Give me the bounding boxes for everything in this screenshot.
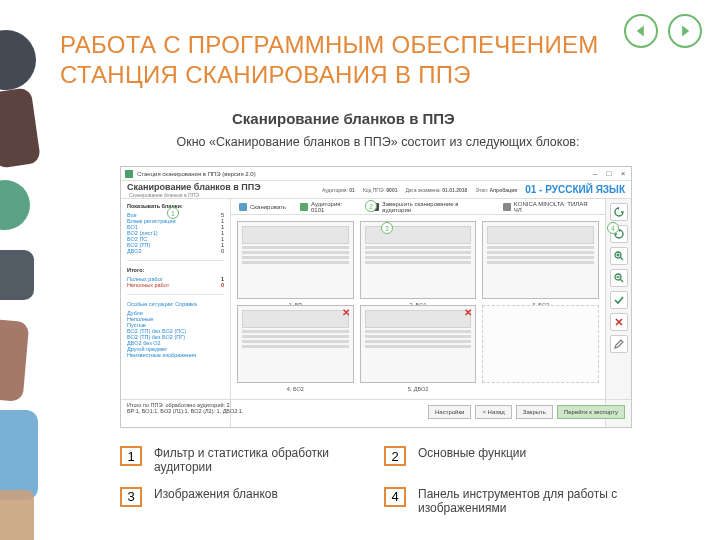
minimize-button[interactable]: – — [591, 170, 599, 178]
thumbnail[interactable]: 2. БО1 — [360, 221, 477, 299]
filter-item[interactable]: ДБО20 — [127, 248, 224, 254]
error-icon: ✕ — [463, 308, 473, 318]
legend-num-3: 3 — [120, 487, 142, 507]
app-window: Станция сканирования в ППЭ (версия 2.0) … — [120, 166, 632, 428]
zoom-in-icon[interactable] — [610, 247, 628, 265]
special-item[interactable]: Неизвестные изображения — [127, 352, 224, 358]
legend-num-2: 2 — [384, 446, 406, 466]
slide-title-line1: РАБОТА С ПРОГРАММНЫМ ОБЕСПЕЧЕНИЕМ — [60, 31, 599, 58]
slide-title-line2: СТАНЦИЯ СКАНИРОВАНИЯ В ППЭ — [60, 61, 471, 88]
export-button[interactable]: Перейти к экспорту — [557, 405, 625, 419]
thumbnail[interactable]: ✕4. БО2 — [237, 305, 354, 383]
thumbnail[interactable]: 3. БО2 — [482, 221, 599, 299]
image-tools-panel — [605, 199, 631, 427]
legend-num-4: 4 — [384, 487, 406, 507]
cross-icon[interactable] — [610, 313, 628, 331]
footer-button[interactable]: Настройки — [428, 405, 471, 419]
check-icon[interactable] — [610, 291, 628, 309]
app-footer: Итого по ППЭ: обработано аудиторий: 2 БР… — [121, 399, 631, 427]
rotate-ccw-icon[interactable] — [610, 203, 628, 221]
scan-button[interactable]: Сканировать — [239, 203, 286, 211]
header-sub: Сканирование бланков в ППЭ — [129, 192, 261, 198]
legend-text-4: Панель инструментов для работы с изображ… — [418, 487, 678, 516]
section-desc: Окно «Сканирование бланков в ППЭ» состои… — [148, 134, 608, 150]
error-icon: ✕ — [341, 308, 351, 318]
thumbnail[interactable]: ✕5. ДБО2 — [360, 305, 477, 383]
sidebar-totals-header: Итого: — [127, 267, 224, 273]
callout-marker-2: 2 — [365, 200, 377, 212]
zoom-out-icon[interactable] — [610, 269, 628, 287]
legend-num-1: 1 — [120, 446, 142, 466]
thumbnails-grid: 1. БР2. БО13. БО2✕4. БО2✕5. ДБО2 — [231, 215, 605, 427]
room-button[interactable]: Аудитория: 0101 — [300, 201, 357, 213]
legend: 1 Фильтр и статистика обработки аудитори… — [120, 446, 660, 516]
section-title: Сканирование бланков в ППЭ — [232, 110, 455, 127]
legend-text-3: Изображения бланков — [154, 487, 374, 501]
finish-scan-button[interactable]: Завершить сканирование в аудитории — [371, 201, 489, 213]
main-area: Сканировать Аудитория: 0101 Завершить ск… — [231, 199, 605, 427]
slide-title: РАБОТА С ПРОГРАММНЫМ ОБЕСПЕЧЕНИЕМ СТАНЦИ… — [60, 30, 670, 90]
pencil-icon[interactable] — [610, 335, 628, 353]
filter-sidebar: Показывать бланки: Все5Бланк регистрации… — [121, 199, 231, 427]
footer-stats-2: БР:1, БО1:1, БО2 (Л1):1, БО2 (Л2): 1, ДБ… — [127, 408, 243, 414]
thumbnail[interactable]: 1. БР — [237, 221, 354, 299]
decorative-left-strip — [0, 0, 44, 540]
scanner-label: KONICA MINOLTA: ТИЛАЯ ЧЛ — [503, 201, 597, 213]
legend-text-1: Фильтр и статистика обработки аудитории — [154, 446, 374, 475]
app-title: Станция сканирования в ППЭ (версия 2.0) — [137, 171, 256, 177]
triangle-right-icon — [678, 24, 692, 38]
sidebar-special-header: Особые ситуации: Справка — [127, 301, 224, 307]
legend-text-2: Основные функции — [418, 446, 678, 460]
maximize-button[interactable]: □ — [605, 170, 613, 178]
callout-marker-1: 1 — [167, 207, 179, 219]
callout-marker-3: 3 — [381, 222, 393, 234]
header-title: Сканирование бланков в ППЭ — [127, 182, 261, 192]
footer-button[interactable]: Закрыть — [516, 405, 553, 419]
footer-button[interactable]: < Назад — [475, 405, 511, 419]
callout-marker-4: 4 — [607, 222, 619, 234]
titlebar: Станция сканирования в ППЭ (версия 2.0) … — [121, 167, 631, 181]
total-item: Неполных работ0 — [127, 282, 224, 288]
app-icon — [125, 170, 133, 178]
thumbnail[interactable] — [482, 305, 599, 383]
toolbar: Сканировать Аудитория: 0101 Завершить ск… — [231, 199, 605, 215]
close-button[interactable]: × — [619, 170, 627, 178]
next-slide-button[interactable] — [668, 14, 702, 48]
header-row: Сканирование бланков в ППЭ Сканирование … — [121, 181, 631, 199]
subject: 01 - РУССКИЙ ЯЗЫК — [525, 184, 625, 195]
